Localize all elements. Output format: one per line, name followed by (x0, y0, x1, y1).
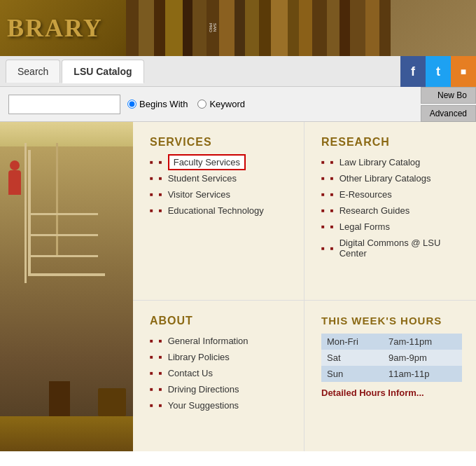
services-section: SERVICES ■ Faculty Services ■ Student Se… (133, 122, 304, 301)
list-item: ■ Research Guides (321, 205, 462, 216)
list-item: ■ Digital Commons @ LSU Center (321, 238, 462, 259)
begins-with-label: Begins With (139, 99, 188, 109)
hours-row-sun: Sun 11am-11p (321, 366, 462, 382)
law-library-catalog-link[interactable]: Law Library Catalog (340, 157, 421, 167)
social-icons-group: f t ■ (400, 56, 476, 87)
rail-1 (24, 143, 27, 283)
list-item: ■ Your Suggestions (150, 400, 290, 411)
ceiling (0, 122, 133, 146)
begins-with-radio[interactable] (127, 100, 136, 109)
furniture-2 (49, 381, 70, 416)
research-list: ■ Law Library Catalog ■ Other Library Ca… (321, 157, 462, 259)
tab-search[interactable]: Search (6, 60, 60, 83)
list-item: ■ Legal Forms (321, 221, 462, 232)
list-item: ■ General Information (150, 336, 290, 346)
list-item: ■ E-Resources (321, 189, 462, 200)
educational-technology-link[interactable]: Educational Technology (168, 205, 264, 216)
contact-us-link[interactable]: Contact Us (168, 368, 213, 378)
hours-time: 7am-11pm (383, 334, 462, 350)
main-content: SERVICES ■ Faculty Services ■ Student Se… (0, 122, 476, 451)
list-item: ■ Driving Directions (150, 384, 290, 395)
visitor-services-link[interactable]: Visitor Services (168, 189, 230, 200)
furniture-1 (98, 388, 126, 416)
book-spines-decoration: SANPRO (126, 0, 476, 56)
digital-commons-link[interactable]: Digital Commons @ LSU Center (340, 238, 462, 259)
legal-forms-link[interactable]: Legal Forms (340, 221, 390, 232)
search-bar: Begins With Keyword New Bo Advanced (0, 87, 476, 122)
list-item: ■ Other Library Catalogs (321, 173, 462, 184)
step-1 (28, 213, 98, 215)
hours-section: THIS WEEK'S HOURS Mon-Fri 7am-11pm Sat 9… (304, 301, 476, 452)
about-section: ABOUT ■ General Information ■ Library Po… (133, 301, 304, 452)
other-library-catalogs-link[interactable]: Other Library Catalogs (340, 173, 431, 184)
person-body (8, 170, 21, 195)
library-policies-link[interactable]: Library Policies (168, 352, 230, 362)
about-title: ABOUT (150, 315, 290, 327)
list-item: ■ Library Policies (150, 352, 290, 362)
services-title: SERVICES (150, 136, 290, 149)
services-list: ■ Faculty Services ■ Student Services ■ … (150, 157, 290, 216)
driving-directions-link[interactable]: Driving Directions (168, 384, 239, 395)
header: BRARY SANPRO (0, 0, 476, 56)
library-interior-image (0, 122, 133, 451)
faculty-services-link[interactable]: Faculty Services (168, 157, 246, 167)
e-resources-link[interactable]: E-Resources (340, 189, 392, 200)
hours-time: 9am-9pm (383, 350, 462, 366)
general-information-link[interactable]: General Information (168, 336, 248, 346)
person-silhouette (8, 160, 21, 195)
hours-row-mon-fri: Mon-Fri 7am-11pm (321, 334, 462, 350)
library-image (0, 122, 133, 451)
hours-day: Sun (321, 366, 383, 382)
about-list: ■ General Information ■ Library Policies… (150, 336, 290, 411)
hours-title: THIS WEEK'S HOURS (321, 315, 462, 327)
keyword-option[interactable]: Keyword (197, 99, 245, 109)
list-item: ■ Faculty Services (150, 157, 290, 167)
person-head (10, 160, 20, 170)
list-item: ■ Visitor Services (150, 189, 290, 200)
hours-day: Mon-Fri (321, 334, 383, 350)
tab-lsu-catalog[interactable]: LSU Catalog (62, 60, 144, 83)
rail-2 (56, 143, 58, 255)
keyword-label: Keyword (209, 99, 245, 109)
hours-table: Mon-Fri 7am-11pm Sat 9am-9pm Sun 11am-11… (321, 334, 462, 382)
hours-day: Sat (321, 350, 383, 366)
rss-icon[interactable]: ■ (451, 56, 476, 87)
detailed-hours-link[interactable]: Detailed Hours Inform... (321, 388, 462, 398)
site-title: BRARY (7, 13, 103, 43)
begins-with-option[interactable]: Begins With (127, 99, 188, 109)
hours-time: 11am-11p (383, 366, 462, 382)
list-item: ■ Student Services (150, 173, 290, 184)
student-services-link[interactable]: Student Services (168, 173, 237, 184)
your-suggestions-link[interactable]: Your Suggestions (168, 400, 239, 411)
search-action-buttons: New Bo Advanced (421, 87, 476, 122)
step-2 (28, 234, 98, 236)
list-item: ■ Educational Technology (150, 205, 290, 216)
step-3 (28, 255, 98, 257)
keyword-radio[interactable] (197, 100, 206, 109)
search-input[interactable] (8, 95, 120, 114)
list-item: ■ Contact Us (150, 368, 290, 378)
research-title: RESEARCH (321, 136, 462, 149)
research-section: RESEARCH ■ Law Library Catalog ■ Other L… (304, 122, 476, 301)
search-options: Begins With Keyword (127, 99, 245, 109)
twitter-icon[interactable]: t (426, 56, 451, 87)
content-area: SERVICES ■ Faculty Services ■ Student Se… (133, 122, 476, 451)
advanced-button[interactable]: Advanced (421, 105, 476, 122)
floor (0, 416, 133, 451)
hours-row-sat: Sat 9am-9pm (321, 350, 462, 366)
new-bo-button[interactable]: New Bo (421, 87, 476, 104)
research-guides-link[interactable]: Research Guides (340, 205, 410, 216)
facebook-icon[interactable]: f (400, 56, 426, 87)
navbar: Search LSU Catalog f t ■ (0, 56, 476, 87)
list-item: ■ Law Library Catalog (321, 157, 462, 167)
faculty-services-label: Faculty Services (168, 154, 246, 170)
